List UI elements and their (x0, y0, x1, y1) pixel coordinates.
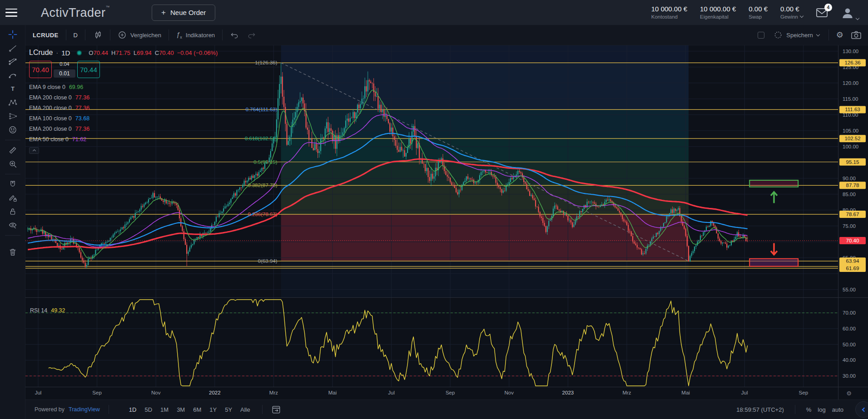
chevron-down-icon (856, 16, 859, 20)
interval-button[interactable]: D (66, 25, 85, 45)
legend-collapse-button[interactable] (29, 147, 39, 154)
tradingview-link[interactable]: TradingView (69, 406, 100, 413)
legend-interval: 1D (61, 49, 70, 57)
range-3m[interactable]: 3M (174, 404, 188, 415)
range-all[interactable]: Alle (237, 404, 253, 415)
layout-select-checkbox[interactable] (758, 32, 764, 39)
indicator-row-ema9[interactable]: EMA 9 close 069.96 (29, 82, 218, 92)
log-scale-button[interactable]: log (818, 406, 825, 413)
magnet-tool[interactable] (0, 177, 25, 191)
sell-button[interactable]: 70.40 (29, 61, 52, 78)
camera-snapshot-icon[interactable] (851, 30, 862, 40)
session-clock[interactable]: 18:59:57 (UTC+2) (736, 406, 784, 413)
svg-text:0.764(111.63): 0.764(111.63) (246, 107, 278, 112)
trend-line-tool[interactable] (0, 41, 25, 55)
redo-icon (247, 31, 256, 39)
settings-gear-icon[interactable]: ⚙ (836, 30, 843, 40)
svg-text:Nov: Nov (505, 390, 514, 395)
svg-text:0.382(87.78): 0.382(87.78) (248, 182, 277, 188)
indicators-button[interactable]: ƒx Indikatoren (169, 25, 222, 45)
symbol-button[interactable]: LCRUDE (25, 25, 66, 45)
go-to-date-icon[interactable] (271, 404, 281, 414)
svg-text:105.00: 105.00 (843, 128, 858, 133)
indicator-row-ema50[interactable]: EMA 50 close 071.62 (29, 134, 218, 144)
change-value: −0.04 (−0.06%) (177, 49, 218, 56)
svg-text:Nov: Nov (151, 390, 161, 395)
hide-all-tool[interactable] (0, 218, 25, 232)
range-1y[interactable]: 1Y (206, 404, 220, 415)
svg-text:1(126.36): 1(126.36) (255, 60, 277, 65)
menu-icon[interactable] (5, 9, 17, 17)
chart-style-button[interactable] (85, 25, 110, 45)
new-order-button[interactable]: + Neue Order (152, 5, 215, 21)
svg-text:78.67: 78.67 (846, 212, 859, 217)
market-status-dot (77, 50, 82, 55)
chart-toolbar: LCRUDE D Vergleichen ƒx Indikatoren (25, 25, 868, 45)
remove-all-tool[interactable] (0, 245, 25, 259)
svg-text:115.00: 115.00 (843, 96, 858, 102)
svg-text:100.00: 100.00 (843, 144, 858, 149)
range-5d[interactable]: 5D (141, 404, 155, 415)
rsi-indicator-label[interactable]: RSI 14 49.32 (30, 307, 65, 314)
undo-button[interactable] (223, 25, 246, 45)
text-tool[interactable]: T (0, 82, 25, 96)
svg-text:Sep: Sep (446, 390, 455, 395)
svg-text:Mrz: Mrz (622, 390, 631, 395)
svg-text:30.00: 30.00 (843, 373, 856, 379)
svg-text:95.15: 95.15 (846, 159, 859, 165)
range-1m[interactable]: 1M (157, 404, 172, 415)
indicator-row-ema200[interactable]: EMA 200 close 077.36 (29, 103, 218, 113)
save-layout-button[interactable]: Speichern (772, 30, 821, 39)
cloud-sync-icon (774, 30, 783, 39)
crosshair-tool[interactable] (0, 28, 25, 41)
indicator-row-ema100[interactable]: EMA 100 close 073.68 (29, 113, 218, 123)
range-1d[interactable]: 1D (126, 404, 140, 415)
legend-symbol[interactable]: LCrude (29, 49, 53, 57)
zoom-in-tool[interactable] (0, 157, 25, 171)
emoji-tool[interactable] (0, 123, 25, 137)
buy-button[interactable]: 70.44 (77, 61, 100, 78)
svg-text:Mrz: Mrz (269, 390, 278, 395)
account-balance: 10 000.00 € Kontostand (651, 5, 687, 20)
svg-text:50.00: 50.00 (843, 342, 856, 347)
auto-scale-button[interactable]: auto (832, 406, 843, 413)
xabcd-pattern-tool[interactable] (0, 96, 25, 109)
user-menu[interactable] (841, 6, 859, 20)
indicator-row-ema200[interactable]: EMA 200 close 077.36 (29, 92, 218, 103)
collapse-panel-button[interactable] (855, 401, 868, 418)
plus-icon: + (161, 8, 166, 17)
range-6m[interactable]: 6M (190, 404, 204, 415)
avatar (841, 6, 854, 20)
fib-retracement-tool[interactable] (0, 55, 25, 69)
range-5y[interactable]: 5Y (222, 404, 235, 415)
svg-text:70.40: 70.40 (846, 238, 859, 243)
percent-scale-button[interactable]: % (806, 406, 812, 413)
account-profit-dropdown[interactable]: 0.00 € Gewinn (780, 5, 803, 20)
date-range-buttons: 1D 5D 1M 3M 6M 1Y 5Y Alle (126, 404, 253, 415)
bottom-bar: Powered by TradingView 1D 5D 1M 3M 6M 1Y… (25, 399, 868, 419)
svg-text:111.63: 111.63 (845, 107, 860, 112)
lock-all-tool[interactable] (0, 205, 25, 218)
notification-badge: 4 (824, 4, 832, 11)
svg-text:61.69: 61.69 (846, 266, 859, 271)
drawing-lock-tool[interactable] (0, 191, 25, 205)
svg-text:75.00: 75.00 (843, 223, 856, 229)
svg-text:130.00: 130.00 (843, 49, 858, 54)
svg-text:70.00: 70.00 (843, 310, 856, 315)
chart-legend: LCrude · 1D O70.44 H71.75 L69.94 C70.40 … (29, 47, 218, 154)
brush-tool[interactable] (0, 69, 25, 82)
indicator-row-ema200[interactable]: EMA 200 close 077.36 (29, 123, 218, 134)
svg-text:Mai: Mai (328, 390, 337, 395)
notifications-button[interactable]: 4 (816, 8, 828, 20)
app-logo: ActivTrader™ (41, 5, 110, 20)
svg-text:0.236(78.67): 0.236(78.67) (248, 212, 277, 217)
price-chart-canvas[interactable]: 1(126.36)0.764(111.63)0.618(102.52)0.5(9… (25, 45, 868, 399)
forecast-tool[interactable] (0, 109, 25, 123)
drawing-tools-rail: T (0, 25, 25, 419)
account-summary: 10 000.00 € Kontostand 10 000.00 € Eigen… (651, 5, 868, 20)
measure-tool[interactable] (0, 143, 25, 157)
redo-button[interactable] (246, 25, 263, 45)
svg-text:0.618(102.52): 0.618(102.52) (245, 136, 278, 141)
compare-button[interactable]: Vergleichen (110, 25, 169, 45)
fx-icon: ƒx (176, 30, 182, 39)
